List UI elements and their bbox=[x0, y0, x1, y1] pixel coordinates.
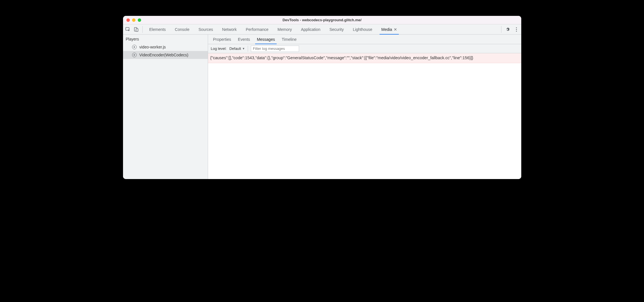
tab-label: Elements bbox=[149, 27, 166, 32]
loglevel-label: Log level: bbox=[211, 46, 227, 51]
device-toolbar-icon[interactable] bbox=[134, 27, 139, 32]
subtab-messages[interactable]: Messages bbox=[253, 35, 278, 44]
inspect-element-icon[interactable] bbox=[125, 27, 130, 32]
tab-network[interactable]: Network bbox=[218, 24, 241, 34]
chevron-down-icon: ▼ bbox=[242, 47, 245, 50]
window-controls bbox=[126, 18, 141, 22]
subtab-properties[interactable]: Properties bbox=[210, 35, 235, 44]
titlebar: DevTools - webcodecs-playground.glitch.m… bbox=[123, 16, 521, 24]
svg-point-4 bbox=[516, 29, 517, 30]
tab-elements[interactable]: Elements bbox=[145, 24, 170, 34]
players-list: video-worker.jsVideoEncoder(WebCodecs) bbox=[123, 43, 208, 59]
sidebar-header: Players bbox=[123, 35, 208, 43]
zoom-window-button[interactable] bbox=[138, 18, 141, 22]
tab-label: Application bbox=[301, 27, 321, 32]
tab-label: Sources bbox=[198, 27, 213, 32]
window-title: DevTools - webcodecs-playground.glitch.m… bbox=[123, 18, 521, 22]
filter-input[interactable] bbox=[251, 46, 299, 52]
more-icon[interactable] bbox=[514, 27, 519, 32]
tab-media[interactable]: Media✕ bbox=[377, 24, 402, 34]
svg-rect-2 bbox=[136, 29, 138, 31]
tab-label: Memory bbox=[277, 27, 292, 32]
tab-label: Performance bbox=[246, 27, 268, 32]
tab-label: Security bbox=[329, 27, 344, 32]
minimize-window-button[interactable] bbox=[132, 18, 135, 22]
play-icon bbox=[132, 53, 137, 57]
loglevel-value: Default bbox=[229, 46, 241, 51]
tab-lighthouse[interactable]: Lighthouse bbox=[348, 24, 377, 34]
content-body: Players video-worker.jsVideoEncoder(WebC… bbox=[123, 35, 521, 179]
close-icon[interactable]: ✕ bbox=[394, 27, 397, 32]
tab-label: Console bbox=[175, 27, 189, 32]
subtab-timeline[interactable]: Timeline bbox=[278, 35, 300, 44]
devtools-window: DevTools - webcodecs-playground.glitch.m… bbox=[123, 16, 521, 179]
tab-label: Media bbox=[381, 27, 392, 32]
svg-point-5 bbox=[516, 31, 517, 31]
main-panel: PropertiesEventsMessagesTimeline Log lev… bbox=[208, 35, 521, 179]
messages-list: {"causes":[],"code":1543,"data":{},"grou… bbox=[208, 53, 521, 179]
player-label: video-worker.js bbox=[139, 45, 166, 49]
player-item[interactable]: video-worker.js bbox=[123, 43, 208, 51]
loglevel-select[interactable]: Default ▼ bbox=[229, 46, 248, 52]
players-sidebar: Players video-worker.jsVideoEncoder(WebC… bbox=[123, 35, 208, 179]
tab-security[interactable]: Security bbox=[325, 24, 348, 34]
subtab-events[interactable]: Events bbox=[234, 35, 253, 44]
player-item[interactable]: VideoEncoder(WebCodecs) bbox=[123, 51, 208, 59]
settings-icon[interactable] bbox=[505, 27, 510, 32]
player-label: VideoEncoder(WebCodecs) bbox=[139, 53, 188, 57]
play-icon bbox=[132, 45, 137, 49]
message-row[interactable]: {"causes":[],"code":1543,"data":{},"grou… bbox=[208, 53, 521, 63]
panel-tabs: ElementsConsoleSourcesNetworkPerformance… bbox=[145, 24, 501, 34]
tab-label: Network bbox=[222, 27, 237, 32]
toolbar-left bbox=[125, 26, 143, 33]
media-subtabs: PropertiesEventsMessagesTimeline bbox=[208, 35, 521, 44]
main-toolbar: ElementsConsoleSourcesNetworkPerformance… bbox=[123, 24, 521, 35]
svg-point-3 bbox=[516, 27, 517, 28]
close-window-button[interactable] bbox=[126, 18, 130, 22]
tab-console[interactable]: Console bbox=[170, 24, 194, 34]
tab-performance[interactable]: Performance bbox=[241, 24, 273, 34]
tab-label: Lighthouse bbox=[353, 27, 372, 32]
toolbar-right bbox=[501, 26, 519, 33]
tab-sources[interactable]: Sources bbox=[194, 24, 217, 34]
tab-memory[interactable]: Memory bbox=[273, 24, 296, 34]
tab-application[interactable]: Application bbox=[296, 24, 325, 34]
filter-bar: Log level: Default ▼ bbox=[208, 44, 521, 53]
